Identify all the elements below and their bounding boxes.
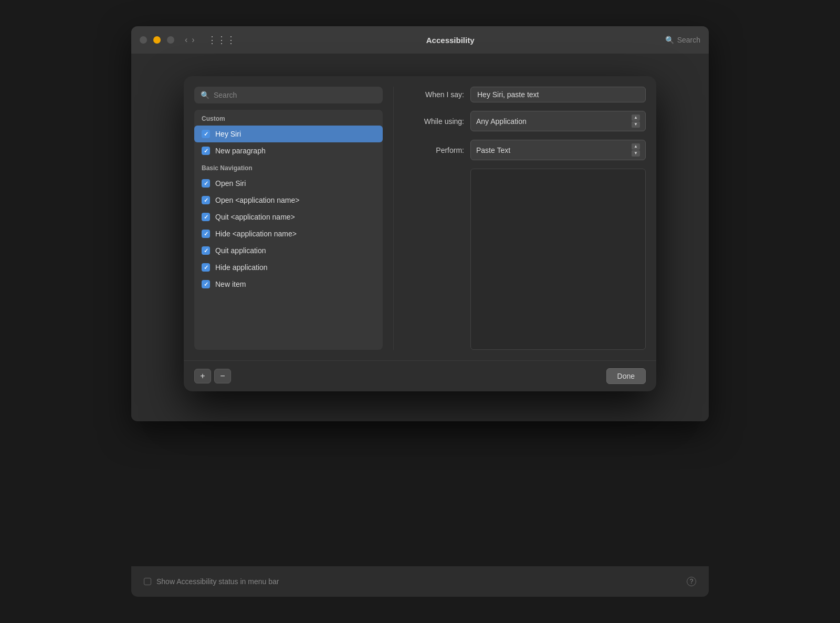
minimize-button-bg[interactable]: [153, 36, 161, 44]
perform-value: Paste Text: [476, 146, 510, 154]
list-item[interactable]: ✓ New item: [194, 276, 383, 293]
text-area-content: [470, 169, 646, 350]
modal-content: 🔍 Custom ✓ Hey Siri ✓: [184, 76, 656, 391]
header-search[interactable]: 🔍 Search: [665, 36, 700, 44]
checkmark-icon: ✓: [204, 131, 208, 138]
stepper-perform[interactable]: ▲ ▼: [632, 143, 640, 157]
checkmark-icon: ✓: [204, 180, 208, 187]
left-panel: 🔍 Custom ✓ Hey Siri ✓: [194, 87, 394, 350]
nav-buttons: ‹ ›: [185, 35, 195, 45]
stepper-down-icon[interactable]: ▼: [632, 150, 640, 157]
item-label-hide-app-name: Hide <application name>: [215, 230, 297, 238]
list-container: Custom ✓ Hey Siri ✓ New paragraph: [194, 110, 383, 350]
checkbox-hide-app-name[interactable]: ✓: [202, 230, 210, 238]
item-label-open-app: Open <application name>: [215, 196, 299, 204]
list-item[interactable]: ✓ Hey Siri: [194, 126, 383, 142]
while-using-value: Any Application: [476, 117, 527, 126]
list-item[interactable]: ✓ Hide <application name>: [194, 225, 383, 242]
when-i-say-row: When I say: Hey Siri, paste text: [406, 87, 646, 102]
footer-left-buttons: + −: [194, 369, 231, 383]
list-item[interactable]: ✓ Hide application: [194, 259, 383, 276]
perform-label: Perform:: [406, 146, 464, 154]
search-icon: 🔍: [201, 91, 209, 99]
checkbox-quit-app-name[interactable]: ✓: [202, 213, 210, 221]
perform-row: Perform: Paste Text ▲ ▼: [406, 140, 646, 160]
item-label-quit-app-name: Quit <application name>: [215, 213, 295, 221]
right-panel: When I say: Hey Siri, paste text While u…: [394, 87, 646, 350]
remove-button[interactable]: −: [214, 369, 231, 383]
checkbox-open-siri[interactable]: ✓: [202, 179, 210, 188]
list-item[interactable]: ✓ Quit application: [194, 242, 383, 259]
close-button-bg[interactable]: [140, 36, 147, 44]
stepper-while-using[interactable]: ▲ ▼: [632, 115, 640, 128]
search-container[interactable]: 🔍: [194, 87, 383, 103]
bg-titlebar: ‹ › ⋮⋮⋮ Accessibility 🔍 Search: [131, 26, 709, 54]
item-label-hey-siri: Hey Siri: [215, 130, 241, 138]
grid-icon[interactable]: ⋮⋮⋮: [207, 34, 236, 46]
stepper-down-icon[interactable]: ▼: [632, 121, 640, 128]
stepper-up-icon[interactable]: ▲: [632, 115, 640, 121]
list-item[interactable]: ✓ New paragraph: [194, 142, 383, 159]
item-label-new-paragraph: New paragraph: [215, 147, 266, 155]
search-input[interactable]: [214, 91, 376, 99]
maximize-button-bg[interactable]: [167, 36, 174, 44]
modal-body: 🔍 Custom ✓ Hey Siri ✓: [184, 76, 656, 360]
checkbox-new-item[interactable]: ✓: [202, 280, 210, 288]
checkbox-new-paragraph[interactable]: ✓: [202, 147, 210, 155]
item-label-quit-application: Quit application: [215, 246, 266, 255]
checkmark-icon: ✓: [204, 214, 208, 221]
forward-icon[interactable]: ›: [192, 35, 194, 45]
section-header-basic-nav: Basic Navigation: [194, 159, 383, 175]
checkbox-hide-application[interactable]: ✓: [202, 263, 210, 272]
item-label-hide-application: Hide application: [215, 263, 268, 272]
bottom-accessibility-bar: Show Accessibility status in menu bar ?: [131, 566, 709, 597]
accessibility-status-label: Show Accessibility status in menu bar: [156, 577, 279, 586]
checkmark-icon: ✓: [204, 281, 208, 288]
modal-dialog: 🔍 Custom ✓ Hey Siri ✓: [184, 76, 656, 391]
search-icon: 🔍: [665, 36, 674, 44]
modal-footer: + − Done: [184, 360, 656, 391]
list-item[interactable]: ✓ Quit <application name>: [194, 209, 383, 225]
search-label: Search: [677, 36, 700, 44]
list-item[interactable]: ✓ Open Siri: [194, 175, 383, 192]
item-label-new-item: New item: [215, 280, 246, 288]
checkmark-icon: ✓: [204, 231, 208, 237]
checkmark-icon: ✓: [204, 148, 208, 154]
checkmark-icon: ✓: [204, 247, 208, 254]
checkbox-hey-siri[interactable]: ✓: [202, 130, 210, 138]
help-icon[interactable]: ?: [687, 577, 696, 586]
back-icon[interactable]: ‹: [185, 35, 187, 45]
while-using-select[interactable]: Any Application ▲ ▼: [470, 111, 646, 131]
when-i-say-label: When I say:: [406, 90, 464, 99]
when-i-say-value[interactable]: Hey Siri, paste text: [470, 87, 646, 102]
list-item[interactable]: ✓ Open <application name>: [194, 192, 383, 209]
accessibility-status-checkbox[interactable]: [144, 578, 151, 585]
section-header-custom: Custom: [194, 110, 383, 126]
checkbox-quit-application[interactable]: ✓: [202, 246, 210, 255]
done-button[interactable]: Done: [606, 368, 646, 384]
checkmark-icon: ✓: [204, 264, 208, 271]
add-button[interactable]: +: [194, 369, 211, 383]
while-using-row: While using: Any Application ▲ ▼: [406, 111, 646, 131]
perform-select[interactable]: Paste Text ▲ ▼: [470, 140, 646, 160]
stepper-up-icon[interactable]: ▲: [632, 143, 640, 150]
item-label-open-siri: Open Siri: [215, 179, 246, 188]
checkbox-open-app[interactable]: ✓: [202, 196, 210, 204]
while-using-label: While using:: [406, 117, 464, 126]
window-title: Accessibility: [242, 36, 659, 45]
checkmark-icon: ✓: [204, 197, 208, 204]
